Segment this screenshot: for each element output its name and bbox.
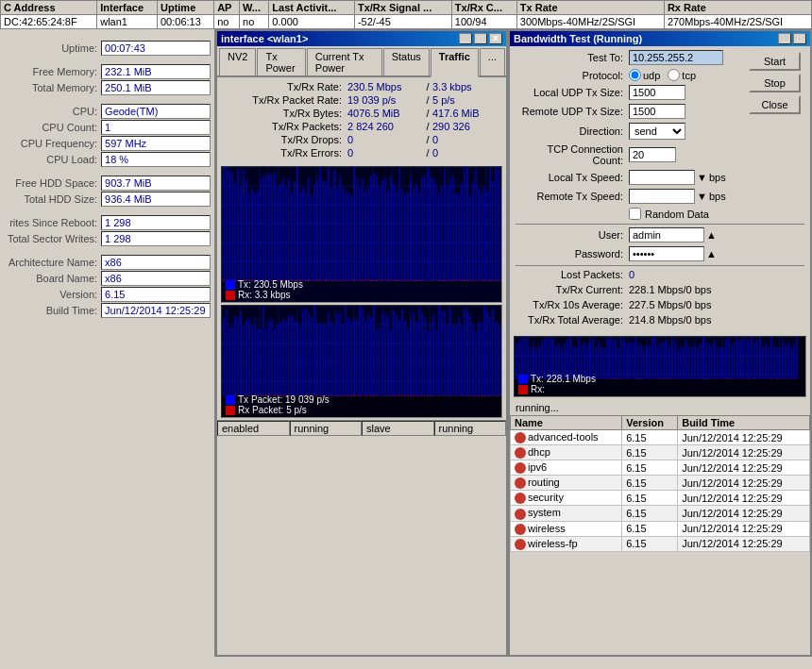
- bw-maximize-button[interactable]: □: [793, 33, 806, 44]
- tab-status[interactable]: Status: [383, 48, 430, 75]
- col-address: C Address: [1, 1, 97, 15]
- cpu-load-label: CPU Load:: [4, 154, 101, 165]
- random-data-checkbox[interactable]: [629, 208, 641, 220]
- maximize-button[interactable]: □: [474, 33, 487, 44]
- uptime-value: 00:07:43: [101, 41, 211, 56]
- pkg-build-time: Jun/12/2014 12:25:29: [678, 430, 810, 445]
- status-running2: running: [434, 421, 507, 436]
- local-udp-input[interactable]: [629, 85, 685, 100]
- udp-label: udp: [643, 70, 660, 81]
- total-hdd-value: 936.4 MiB: [101, 192, 211, 207]
- close-button[interactable]: Close: [749, 95, 801, 114]
- tcp-radio[interactable]: [668, 69, 680, 81]
- tab-nv2[interactable]: NV2: [219, 48, 256, 75]
- lost-packets-value: 0: [629, 269, 704, 280]
- rate-graph-legend: Tx: 230.5 Mbps Rx: 3.3 kbps: [226, 279, 303, 300]
- local-udp-label: Local UDP Tx Size:: [516, 87, 629, 98]
- cpu-freq-label: CPU Frequency:: [4, 138, 101, 149]
- cpu-label: CPU:: [4, 106, 101, 117]
- col-signal: Tx/Rx Signal ...: [354, 1, 451, 15]
- remote-tx-label: Remote Tx Speed:: [516, 191, 629, 202]
- cell-last-activity: 0.000: [269, 15, 355, 29]
- password-dropdown[interactable]: ▲: [706, 248, 717, 259]
- bw-graph-legend: Tx: 228.1 Mbps Rx:: [518, 374, 596, 394]
- total-sector-value: 1 298: [101, 231, 211, 246]
- free-memory-label: Free Memory:: [4, 66, 101, 77]
- status-running: running: [290, 421, 363, 436]
- tcp-conn-input[interactable]: [629, 147, 676, 162]
- random-data-label: Random Data: [645, 209, 709, 220]
- list-item: ipv6 6.15 Jun/12/2014 12:25:29: [511, 460, 810, 476]
- interface-title: interface <wlan1>: [221, 33, 308, 44]
- interface-titlebar: interface <wlan1> _ □ ✕: [217, 31, 506, 46]
- pkg-build-time: Jun/12/2014 12:25:29: [678, 491, 810, 506]
- user-dropdown[interactable]: ▲: [706, 229, 717, 241]
- col-tx-rx-c: Tx/Rx C...: [451, 1, 516, 15]
- left-panel: Uptime: 00:07:43 Free Memory: 232.1 MiB …: [0, 29, 215, 657]
- tab-tx-power[interactable]: Tx Power: [257, 48, 305, 75]
- password-input[interactable]: [629, 246, 704, 261]
- tx-rx-10s-value: 227.5 Mbps/0 bps: [629, 299, 711, 310]
- pkg-name: wireless-fp: [511, 536, 622, 551]
- pkg-version: 6.15: [622, 536, 678, 551]
- tx-rx-errors-val1: 0: [347, 147, 423, 159]
- list-item: wireless 6.15 Jun/12/2014 12:25:29: [511, 521, 810, 536]
- tab-more[interactable]: ...: [480, 48, 505, 75]
- cell-tx-rate: 300Mbps-40MHz/2S/SGI: [516, 15, 664, 29]
- tx-rx-current-label: Tx/Rx Current:: [516, 284, 629, 295]
- packages-container[interactable]: Name Version Build Time advanced-tools 6…: [510, 415, 810, 552]
- tx-rx-packets-label: Tx/Rx Packets:: [225, 121, 347, 132]
- remote-udp-input[interactable]: [629, 104, 685, 119]
- local-tx-bps: bps: [709, 172, 726, 183]
- cpu-value: Geode(TM): [101, 104, 211, 119]
- tx-rx-packet-rate-val2: 5 p/s: [432, 94, 455, 106]
- tx-rx-errors-label: Tx/Rx Errors:: [225, 147, 347, 159]
- bandwidth-test-titlebar: Bandwidth Test (Running) _ □: [510, 31, 810, 46]
- packet-graph-legend: Tx Packet: 19 039 p/s Rx Packet: 5 p/s: [226, 394, 330, 415]
- top-table: C Address Interface Uptime AP W... Last …: [0, 0, 812, 29]
- remote-tx-input[interactable]: [629, 189, 695, 204]
- col-last-activity: Last Activit...: [269, 1, 355, 15]
- tx-rx-drops-val2: 0: [432, 134, 438, 145]
- start-button[interactable]: Start: [749, 52, 801, 71]
- bw-tx-legend-label: Tx: 228.1 Mbps: [531, 374, 596, 384]
- board-value: x86: [101, 271, 211, 286]
- tx-rx-bytes-label: Tx/Rx Bytes:: [225, 108, 347, 119]
- cell-uptime: 00:06:13: [157, 15, 213, 29]
- tx-rx-rate-val2: 3.3 kbps: [432, 81, 472, 92]
- cpu-freq-value: 597 MHz: [101, 136, 211, 151]
- writes-label: rites Since Reboot:: [4, 217, 101, 228]
- protocol-radio-group: udp tcp: [629, 69, 696, 81]
- pkg-build-time: Jun/12/2014 12:25:29: [678, 506, 810, 521]
- tcp-label: tcp: [682, 70, 696, 81]
- rate-graph: Tx: 230.5 Mbps Rx: 3.3 kbps: [221, 166, 502, 303]
- tab-traffic[interactable]: Traffic: [431, 48, 479, 77]
- free-hdd-label: Free HDD Space:: [4, 177, 101, 189]
- local-tx-input[interactable]: [629, 170, 695, 185]
- pkg-name: security: [511, 491, 622, 506]
- rx-legend-label: Rx: 3.3 kbps: [238, 290, 291, 300]
- local-tx-label: Local Tx Speed:: [516, 172, 629, 183]
- minimize-button[interactable]: _: [459, 33, 472, 44]
- total-memory-label: Total Memory:: [4, 82, 101, 93]
- bw-tx-legend-color: [518, 375, 528, 384]
- tcp-radio-label[interactable]: tcp: [668, 69, 696, 81]
- pkg-name: advanced-tools: [511, 430, 622, 445]
- status-enabled: enabled: [217, 421, 290, 436]
- udp-radio-label[interactable]: udp: [629, 69, 660, 81]
- udp-radio[interactable]: [629, 69, 641, 81]
- pkg-build-time: Jun/12/2014 12:25:29: [678, 460, 810, 476]
- packet-graph: Tx Packet: 19 039 p/s Rx Packet: 5 p/s: [221, 305, 502, 418]
- tab-current-tx-power[interactable]: Current Tx Power: [307, 48, 382, 75]
- user-input[interactable]: [629, 227, 704, 243]
- direction-select[interactable]: send receive both: [629, 123, 685, 140]
- free-hdd-value: 903.7 MiB: [101, 176, 211, 191]
- test-to-input[interactable]: [629, 50, 723, 65]
- pkg-name: ipv6: [511, 460, 622, 476]
- bw-minimize-button[interactable]: _: [778, 33, 791, 44]
- stop-button[interactable]: Stop: [749, 74, 801, 92]
- close-window-button[interactable]: ✕: [489, 33, 502, 44]
- total-hdd-label: Total HDD Size:: [4, 193, 101, 205]
- list-item: wireless-fp 6.15 Jun/12/2014 12:25:29: [511, 536, 810, 551]
- tx-packet-legend-label: Tx Packet: 19 039 p/s: [238, 394, 330, 405]
